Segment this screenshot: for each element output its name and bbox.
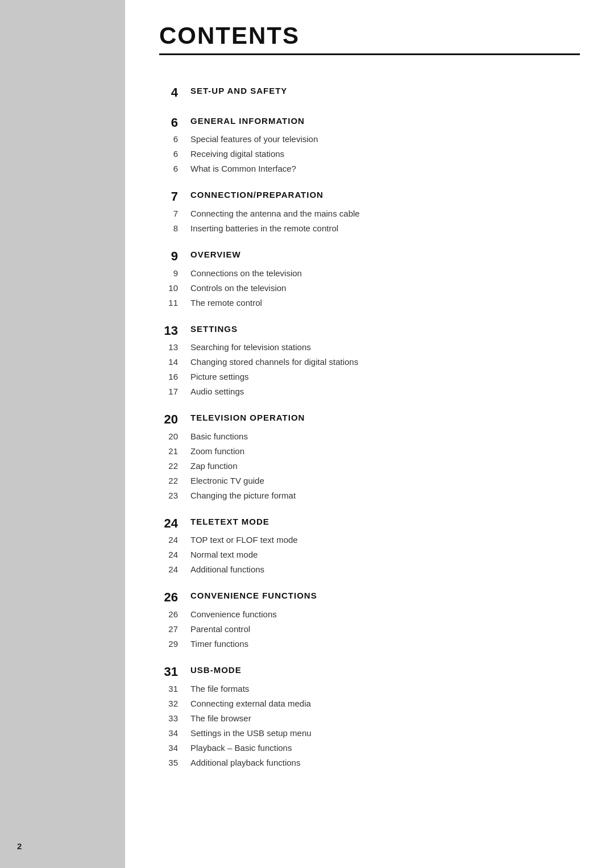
toc-item-row: 24Normal text mode [159, 547, 580, 562]
toc-item-row: 13Searching for television stations [159, 340, 580, 355]
toc-item-row: 26Convenience functions [159, 607, 580, 622]
item-page-number: 7 [159, 206, 190, 221]
bottom-page-number: 2 [17, 841, 22, 851]
section-page-number: 24 [159, 503, 190, 533]
toc-section-row: 9OVERVIEW [159, 236, 580, 266]
toc-item-row: 22Electronic TV guide [159, 474, 580, 488]
toc-item-row: 6Receiving digital stations [159, 147, 580, 161]
item-page-number: 22 [159, 459, 190, 474]
section-heading: GENERAL INFORMATION [190, 102, 580, 132]
section-page-number: 9 [159, 236, 190, 266]
item-label: Playback – Basic functions [190, 741, 580, 755]
toc-item-row: 29Timer functions [159, 637, 580, 651]
toc-item-row: 24TOP text or FLOF text mode [159, 533, 580, 547]
item-label: Zap function [190, 459, 580, 474]
item-label: Connecting external data media [190, 696, 580, 711]
item-label: Timer functions [190, 637, 580, 651]
toc-item-row: 14Changing stored channels for digital s… [159, 355, 580, 369]
item-label: What is Common Interface? [190, 161, 580, 176]
item-label: Basic functions [190, 429, 580, 444]
item-page-number: 31 [159, 682, 190, 696]
item-label: Convenience functions [190, 607, 580, 622]
item-page-number: 20 [159, 429, 190, 444]
item-page-number: 17 [159, 384, 190, 399]
section-page-number: 31 [159, 651, 190, 682]
section-page-number: 6 [159, 102, 190, 132]
item-label: Inserting batteries in the remote contro… [190, 221, 580, 236]
item-page-number: 8 [159, 221, 190, 236]
item-page-number: 26 [159, 607, 190, 622]
toc-section-row: 7CONNECTION/PREPARATION [159, 176, 580, 206]
toc-item-row: 10Controls on the television [159, 281, 580, 296]
item-label: Receiving digital stations [190, 147, 580, 161]
section-heading: CONVENIENCE FUNCTIONS [190, 577, 580, 607]
toc-item-row: 8Inserting batteries in the remote contr… [159, 221, 580, 236]
toc-section-row: 31USB-MODE [159, 651, 580, 682]
toc-section-row: 26CONVENIENCE FUNCTIONS [159, 577, 580, 607]
item-label: Changing stored channels for digital sta… [190, 355, 580, 369]
toc-item-row: 23Changing the picture format [159, 488, 580, 503]
toc-item-row: 27Parental control [159, 622, 580, 637]
toc-item-row: 21Zoom function [159, 444, 580, 459]
toc-item-row: 17Audio settings [159, 384, 580, 399]
toc-section-row: 20TELEVISION OPERATION [159, 399, 580, 429]
item-page-number: 24 [159, 547, 190, 562]
item-label: Parental control [190, 622, 580, 637]
toc-table: 4SET-UP AND SAFETY6GENERAL INFORMATION6S… [159, 72, 580, 770]
section-heading: SETTINGS [190, 310, 580, 340]
toc-item-row: 24Additional functions [159, 562, 580, 577]
item-label: Searching for television stations [190, 340, 580, 355]
section-heading: TELETEXT MODE [190, 503, 580, 533]
item-label: TOP text or FLOF text mode [190, 533, 580, 547]
item-page-number: 33 [159, 711, 190, 726]
toc-section-row: 13SETTINGS [159, 310, 580, 340]
item-label: Additional playback functions [190, 755, 580, 770]
item-label: Connections on the television [190, 266, 580, 281]
item-page-number: 34 [159, 726, 190, 741]
sidebar: 2 [0, 0, 125, 868]
item-page-number: 16 [159, 369, 190, 384]
item-page-number: 10 [159, 281, 190, 296]
toc-item-row: 34Playback – Basic functions [159, 741, 580, 755]
item-page-number: 14 [159, 355, 190, 369]
item-page-number: 6 [159, 132, 190, 147]
item-label: Electronic TV guide [190, 474, 580, 488]
item-page-number: 24 [159, 533, 190, 547]
toc-item-row: 7Connecting the antenna and the mains ca… [159, 206, 580, 221]
item-page-number: 13 [159, 340, 190, 355]
toc-item-row: 9Connections on the television [159, 266, 580, 281]
toc-item-row: 35Additional playback functions [159, 755, 580, 770]
section-heading: OVERVIEW [190, 236, 580, 266]
item-label: The file formats [190, 682, 580, 696]
section-heading: CONNECTION/PREPARATION [190, 176, 580, 206]
item-page-number: 34 [159, 741, 190, 755]
item-label: Picture settings [190, 369, 580, 384]
item-page-number: 9 [159, 266, 190, 281]
item-page-number: 21 [159, 444, 190, 459]
toc-section-row: 4SET-UP AND SAFETY [159, 72, 580, 102]
toc-item-row: 20Basic functions [159, 429, 580, 444]
item-page-number: 24 [159, 562, 190, 577]
toc-item-row: 6Special features of your television [159, 132, 580, 147]
item-label: Audio settings [190, 384, 580, 399]
toc-item-row: 34Settings in the USB setup menu [159, 726, 580, 741]
item-page-number: 35 [159, 755, 190, 770]
toc-item-row: 32Connecting external data media [159, 696, 580, 711]
page-container: 2 CONTENTS 4SET-UP AND SAFETY6GENERAL IN… [0, 0, 614, 868]
item-label: Changing the picture format [190, 488, 580, 503]
toc-item-row: 11The remote control [159, 296, 580, 310]
item-page-number: 22 [159, 474, 190, 488]
section-page-number: 13 [159, 310, 190, 340]
item-label: Connecting the antenna and the mains cab… [190, 206, 580, 221]
toc-section-row: 6GENERAL INFORMATION [159, 102, 580, 132]
item-label: The remote control [190, 296, 580, 310]
item-label: Additional functions [190, 562, 580, 577]
page-title: CONTENTS [159, 23, 580, 55]
item-label: Special features of your television [190, 132, 580, 147]
main-content: CONTENTS 4SET-UP AND SAFETY6GENERAL INFO… [125, 0, 614, 868]
section-page-number: 4 [159, 72, 190, 102]
item-page-number: 6 [159, 147, 190, 161]
item-page-number: 11 [159, 296, 190, 310]
item-page-number: 23 [159, 488, 190, 503]
toc-item-row: 6What is Common Interface? [159, 161, 580, 176]
